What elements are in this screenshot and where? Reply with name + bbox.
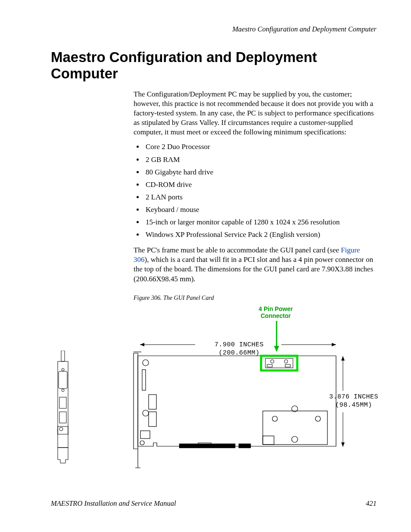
spec-item: 2 GB RAM [144,155,377,165]
svg-rect-13 [59,397,66,408]
svg-point-35 [284,360,288,363]
svg-rect-22 [149,412,156,426]
svg-rect-33 [265,358,293,368]
svg-point-15 [59,427,63,431]
svg-point-27 [272,416,277,421]
svg-rect-37 [285,364,290,367]
intro-paragraph: The Configuration/Deployment PC may be s… [134,90,377,137]
spec-list: Core 2 Duo Processor 2 GB RAM 80 Gigabyt… [134,142,377,240]
spec-item: Keyboard / mouse [144,205,377,215]
svg-rect-36 [267,364,272,367]
svg-rect-20 [142,370,146,390]
spec-item: 2 LAN ports [144,193,377,202]
spec-item: 80 Gigabyte hard drive [144,168,377,177]
callout-line1: 4 Pin Power [250,305,302,312]
svg-point-30 [292,436,298,442]
callout-line2: Connector [250,312,302,319]
spec-item: Core 2 Duo Processor [144,142,377,152]
svg-rect-25 [239,444,251,448]
svg-rect-21 [149,395,156,409]
spec-item: 15-inch or larger monitor capable of 128… [144,218,377,227]
page-title: Maestro Configuration and Deployment Com… [51,49,377,82]
spec-item: CD-ROM drive [144,180,377,190]
svg-point-19 [140,441,144,445]
figure-caption: Figure 306. The GUI Panel Card [134,294,377,302]
frame-paragraph: The PC's frame must be able to accommoda… [134,246,377,283]
gui-panel-card-drawing [52,351,345,480]
footer-manual-title: MAESTRO Installation and Service Manual [51,499,176,508]
svg-point-12 [62,389,64,392]
svg-rect-24 [179,444,235,448]
svg-point-28 [315,416,321,421]
svg-point-17 [143,360,149,366]
svg-point-18 [143,410,149,416]
svg-point-11 [62,368,64,371]
svg-rect-14 [59,412,66,423]
svg-rect-16 [58,426,68,434]
svg-marker-4 [140,343,144,346]
footer-page-number: 421 [366,499,377,508]
svg-rect-23 [140,431,150,439]
spec-item: Windows XP Professional Service Pack 2 (… [144,230,377,240]
svg-rect-32 [261,356,297,370]
svg-rect-31 [263,436,274,445]
svg-marker-5 [332,343,336,346]
figure-306: 4 Pin Power Connector 7.900 INCHES (200.… [134,305,377,486]
running-header: Maestro Configuration and Deployment Com… [51,25,377,34]
svg-point-34 [271,360,274,363]
